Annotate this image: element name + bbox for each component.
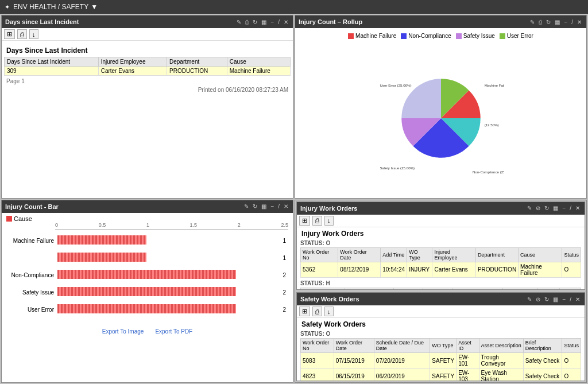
iwo-expand-icon[interactable]: / <box>568 205 572 211</box>
safety-wo-status-o-label: STATUS: O <box>300 331 581 337</box>
iwo-col-cause: Cause <box>519 247 562 262</box>
bar-expand-icon[interactable]: / <box>277 203 281 210</box>
iwo-refresh-icon[interactable]: ↻ <box>543 205 550 211</box>
bottom-right-panel: Injury Work Orders ✎ ⊘ ↻ ▦ − / ✕ ⊞ ⎙ ↓ I… <box>295 200 587 383</box>
days-refresh-icon[interactable]: ↻ <box>252 19 258 25</box>
pie-legend: Machine Failure Non-Compliance Safety Is… <box>297 30 584 41</box>
swo-col-wono: Work Order No <box>301 339 334 353</box>
rollup-refresh-icon[interactable]: ↻ <box>545 19 552 25</box>
swo-minus-icon[interactable]: − <box>561 296 567 302</box>
swo-col-status: Status <box>562 339 581 353</box>
app-dropdown-icon[interactable]: ▼ <box>91 3 98 11</box>
legend-dot-safety-issue <box>456 33 462 39</box>
iwoh-col-dept: Department <box>502 288 538 289</box>
iwo-val-dept: PRODUCTION <box>475 262 518 277</box>
iwo-toolbar-btn1[interactable]: ⊞ <box>299 216 310 226</box>
iwo-pencil-icon[interactable]: ⊘ <box>535 205 541 211</box>
legend-label-user-error: User Error <box>507 33 533 39</box>
swo-val-scheddate-1: 07/20/2019 <box>374 353 430 369</box>
iwo-val-employee: Carter Evans <box>432 262 475 277</box>
export-pdf-link[interactable]: Export To PDF <box>155 328 192 335</box>
bar-label-user-error: User Error <box>9 307 57 313</box>
days-toolbar-btn1[interactable]: ⊞ <box>4 29 15 39</box>
days-val-dept: PRODUCTION <box>167 67 227 76</box>
bar-row-machine-failure-1: Machine Failure 1 <box>9 235 286 247</box>
pie-label-user-error: User Error (25.00%) <box>380 83 411 87</box>
iwoh-col-wono: Work Order No <box>301 288 345 289</box>
swo-val-assetdesc-2: Eye Wash Station <box>479 369 523 381</box>
days-expand-icon[interactable]: / <box>277 19 281 25</box>
bar-close-icon[interactable]: ✕ <box>283 203 289 210</box>
iwo-toolbar-btn3[interactable]: ↓ <box>324 216 334 226</box>
safety-wo-status-o-group: STATUS: O Work Order No Work Order Date … <box>300 331 581 381</box>
legend-safety-issue: Safety Issue <box>456 33 495 39</box>
bar-row-non-compliance: Non-Compliance 2 <box>9 270 286 281</box>
table-row: 309 Carter Evans PRODUCTION Machine Fail… <box>5 67 291 76</box>
table-row: 5362 08/12/2019 10:54:24 INJURY Carter E… <box>301 262 581 277</box>
bar-chart-area: Machine Failure 1 1 Non-Compliance <box>6 231 288 326</box>
swo-pencil-icon[interactable]: ⊘ <box>535 296 541 302</box>
bar-row-machine-failure-2: 1 <box>9 253 286 264</box>
days-print-icon[interactable]: ⎙ <box>244 19 250 25</box>
swo-expand-icon[interactable]: / <box>568 296 572 302</box>
rollup-expand-icon[interactable]: / <box>570 19 574 25</box>
swo-col-briefdesc: Brief Description <box>523 339 562 353</box>
legend-label-safety-issue: Safety Issue <box>463 33 495 39</box>
bar-edit-icon[interactable]: ✎ <box>243 203 250 210</box>
days-toolbar-btn3[interactable]: ↓ <box>29 29 38 39</box>
swo-edit-icon[interactable]: ✎ <box>526 296 533 302</box>
rollup-edit-icon[interactable]: ✎ <box>529 19 536 25</box>
swo-val-status-1: O <box>562 353 581 369</box>
swo-col-assetid: Asset ID <box>457 339 479 353</box>
days-col-employee: Injured Employee <box>98 57 167 67</box>
days-toolbar-btn2[interactable]: ⎙ <box>17 29 27 39</box>
axis-05: 0.5 <box>99 222 106 228</box>
rollup-print-icon[interactable]: ⎙ <box>537 19 543 25</box>
days-grid-icon[interactable]: ▦ <box>260 19 268 25</box>
iwo-minus-icon[interactable]: − <box>561 205 567 211</box>
bar-val-si: 2 <box>283 289 286 296</box>
rollup-grid-icon[interactable]: ▦ <box>554 19 561 25</box>
iwo-val-wotype: INJURY <box>407 262 432 277</box>
legend-machine-failure: Machine Failure <box>348 33 396 39</box>
rollup-close-icon[interactable]: ✕ <box>576 19 583 25</box>
swo-close-icon[interactable]: ✕ <box>574 296 581 302</box>
iwo-grid-icon[interactable]: ▦ <box>552 205 559 211</box>
pie-chart-container: Machine Failure (12.50%) (12.50%) Non-Co… <box>297 41 584 196</box>
days-print-info: Printed on 06/16/2020 08:27:23 AM <box>6 87 288 93</box>
bar-minus-icon[interactable]: − <box>269 203 275 210</box>
injury-wo-status-h-group: STATUS: H Work Order No Work Order Date … <box>300 280 581 290</box>
days-minus-icon[interactable]: − <box>269 19 275 25</box>
days-edit-icon[interactable]: ✎ <box>235 19 242 25</box>
swo-toolbar-btn1[interactable]: ⊞ <box>299 307 310 316</box>
bar-refresh-icon[interactable]: ↻ <box>252 203 258 210</box>
injury-bar-panel: Injury Count - Bar ✎ ↻ ▦ − / ✕ Cause <box>1 200 293 383</box>
swo-val-wotype-2: SAFETY <box>430 369 457 381</box>
bar-legend-cause: Cause <box>6 215 288 222</box>
days-panel-header: Days since Last Incident ✎ ⎙ ↻ ▦ − / ✕ <box>2 15 293 28</box>
swo-val-briefdesc-2: Safety Check <box>523 369 562 381</box>
bar-row-safety-issue: Safety Issue 2 <box>9 287 286 298</box>
swo-val-scheddate-2: 06/20/2019 <box>374 369 430 381</box>
iwo-toolbar-btn2[interactable]: ⎙ <box>312 216 322 226</box>
axis-0: 0 <box>55 222 58 228</box>
swo-toolbar-btn2[interactable]: ⎙ <box>312 307 322 316</box>
swo-toolbar-btn3[interactable]: ↓ <box>324 307 334 316</box>
bar-grid-icon[interactable]: ▦ <box>260 203 268 210</box>
injury-wo-status-h-table: Work Order No Work Order Date Add Time W… <box>300 288 581 290</box>
export-image-link[interactable]: Export To Image <box>102 328 144 335</box>
rollup-minus-icon[interactable]: − <box>563 19 568 25</box>
injury-wo-status-o-group: STATUS: O Work Order No Work Order Date … <box>300 240 581 278</box>
days-close-icon[interactable]: ✕ <box>283 19 289 25</box>
bar-legend-label: Cause <box>14 215 32 222</box>
days-val-days: 309 <box>5 67 99 76</box>
days-panel-controls: ✎ ⎙ ↻ ▦ − / ✕ <box>235 19 289 25</box>
app-title: ENV HEALTH / SAFETY <box>13 3 88 11</box>
swo-grid-icon[interactable]: ▦ <box>552 296 559 302</box>
app-header: ✦ ENV HEALTH / SAFETY ▼ <box>0 0 588 14</box>
iwo-edit-icon[interactable]: ✎ <box>526 205 533 211</box>
iwo-col-wodate: Work Order Date <box>338 247 381 262</box>
bar-panel-header: Injury Count - Bar ✎ ↻ ▦ − / ✕ <box>2 200 293 213</box>
iwo-close-icon[interactable]: ✕ <box>574 205 581 211</box>
swo-refresh-icon[interactable]: ↻ <box>543 296 550 302</box>
